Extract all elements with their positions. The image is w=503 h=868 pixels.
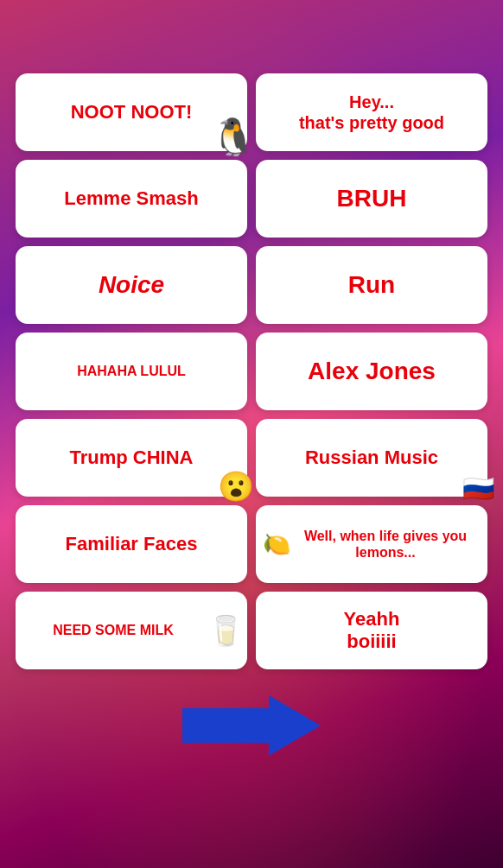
lemons-label: Well, when life gives you lemons... [290, 528, 481, 561]
cell-yeahh-boiiiii[interactable]: Yeahh boiiiii [256, 592, 487, 669]
bruh-label: BRUH [337, 184, 407, 213]
russian-music-label: Russian Music [305, 447, 438, 469]
yeahh-label: Yeahh boiiiii [344, 608, 400, 654]
familiar-faces-label: Familiar Faces [66, 533, 198, 555]
cell-noice[interactable]: Noice [16, 246, 247, 324]
noice-label: Noice [99, 270, 164, 300]
cell-trump-china[interactable]: Trump CHINA 😮 [16, 419, 247, 497]
svg-marker-0 [182, 695, 321, 756]
cell-alex-jones[interactable]: Alex Jones [256, 333, 487, 410]
trump-china-label: Trump CHINA [70, 447, 194, 469]
hahaha-label: HAHAHA LULUL [77, 363, 186, 379]
cell-familiar-faces[interactable]: Familiar Faces [16, 505, 247, 583]
next-arrow[interactable] [182, 695, 321, 756]
lemon-icon: 🍋 [263, 531, 290, 558]
cell-bruh[interactable]: BRUH [256, 160, 487, 238]
noot-noot-label: NOOT NOOT! [71, 101, 193, 124]
cell-hey-pretty-good[interactable]: Hey... that's pretty good [256, 73, 487, 151]
alex-jones-label: Alex Jones [308, 357, 436, 386]
cell-life-lemons[interactable]: 🍋 Well, when life gives you lemons... [256, 505, 487, 583]
cell-russian-music[interactable]: Russian Music 🇷🇺 [256, 419, 487, 497]
milk-icon: 🥛 [207, 613, 244, 648]
cell-hahaha[interactable]: HAHAHA LULUL [16, 333, 247, 410]
cell-run[interactable]: Run [256, 246, 487, 324]
russia-flag-icon: 🇷🇺 [462, 473, 494, 504]
trump-icon: 😮 [218, 469, 254, 504]
run-label: Run [348, 270, 395, 300]
button-grid: NOOT NOOT! 🐧 Hey... that's pretty good L… [0, 0, 503, 687]
penguin-icon: 🐧 [211, 116, 256, 158]
hey-label: Hey... that's pretty good [299, 92, 444, 133]
cell-need-some-milk[interactable]: NEED SOME MILK 🥛 [16, 592, 247, 669]
need-milk-label: NEED SOME MILK [53, 622, 174, 638]
cell-noot-noot[interactable]: NOOT NOOT! 🐧 [16, 73, 247, 151]
arrow-container [0, 695, 503, 773]
lemme-smash-label: Lemme Smash [64, 187, 198, 210]
cell-lemme-smash[interactable]: Lemme Smash [16, 160, 247, 238]
